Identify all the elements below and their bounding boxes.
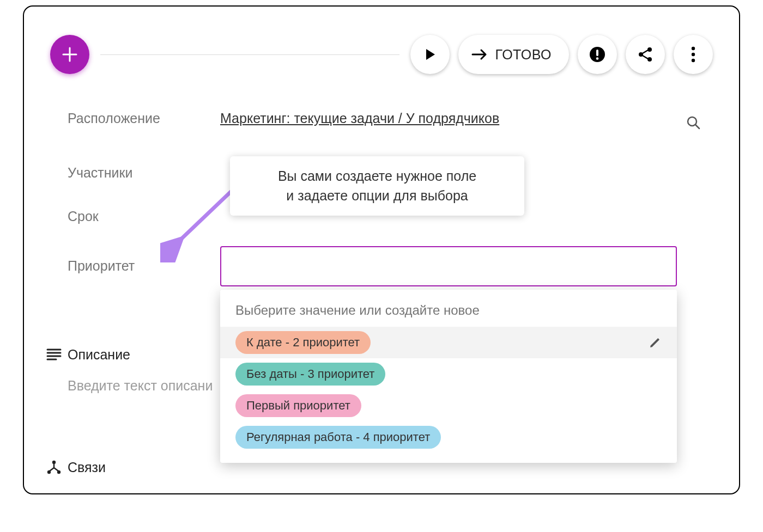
task-card-frame: ГОТОВО Расположение Маркетинг: текущие з… (23, 5, 740, 494)
play-icon (423, 47, 437, 62)
dropdown-option[interactable]: К дате - 2 приоритет (220, 327, 677, 358)
row-priority: Приоритет Выберите значение или создайте… (40, 246, 723, 286)
done-button-label: ГОТОВО (495, 47, 552, 63)
svg-point-7 (692, 53, 695, 56)
play-button[interactable] (410, 35, 450, 74)
pencil-icon (649, 336, 662, 349)
svg-point-4 (647, 47, 652, 52)
priority-dropdown: Выберите значение или создайте новое К д… (220, 290, 677, 463)
svg-point-10 (52, 461, 56, 464)
plus-icon (62, 46, 78, 63)
svg-rect-1 (596, 50, 598, 56)
location-search-button[interactable] (686, 115, 701, 130)
svg-point-8 (692, 59, 695, 62)
priority-chip: Первый приоритет (235, 394, 361, 417)
priority-label: Приоритет (68, 246, 220, 274)
alert-button[interactable] (578, 35, 617, 74)
more-button[interactable] (674, 35, 713, 74)
priority-chip: К дате - 2 приоритет (235, 331, 371, 354)
dropdown-option[interactable]: Без даты - 3 приоритет (220, 358, 677, 390)
annotation-line: Вы сами создаете нужное поле (246, 166, 508, 186)
add-button[interactable] (50, 35, 89, 74)
edit-option-button[interactable] (649, 336, 662, 349)
row-location: Расположение Маркетинг: текущие задачи /… (40, 99, 723, 137)
svg-point-2 (596, 57, 599, 60)
arrow-right-icon (471, 48, 488, 61)
svg-point-5 (647, 57, 652, 62)
priority-chip: Без даты - 3 приоритет (235, 363, 385, 386)
description-label: Описание (68, 347, 220, 363)
deadline-label: Срок (68, 209, 220, 224)
relations-icon (46, 460, 62, 475)
toolbar-divider (100, 54, 399, 55)
more-vertical-icon (691, 46, 695, 63)
dropdown-header: Выберите значение или создайте новое (220, 297, 677, 327)
share-button[interactable] (626, 35, 665, 74)
annotation-tooltip: Вы сами создаете нужное поле и задаете о… (230, 156, 524, 216)
share-icon (637, 46, 653, 63)
toolbar: ГОТОВО (46, 33, 717, 76)
annotation-line: и задаете опции для выбора (246, 186, 508, 205)
description-icon (46, 348, 62, 361)
priority-input[interactable] (220, 246, 677, 286)
alert-icon (589, 46, 606, 63)
dropdown-option[interactable]: Первый приоритет (220, 390, 677, 421)
location-breadcrumb[interactable]: Маркетинг: текущие задачи / У подрядчико… (220, 111, 499, 126)
priority-chip: Регулярная работа - 4 приоритет (235, 426, 441, 449)
svg-point-6 (692, 47, 695, 50)
search-icon (686, 115, 701, 130)
location-label: Расположение (68, 111, 220, 126)
relations-label: Связи (68, 460, 220, 475)
participants-label: Участники (68, 165, 220, 181)
done-button[interactable]: ГОТОВО (458, 35, 569, 74)
dropdown-option[interactable]: Регулярная работа - 4 приоритет (220, 421, 677, 453)
relations-divider (68, 494, 231, 494)
